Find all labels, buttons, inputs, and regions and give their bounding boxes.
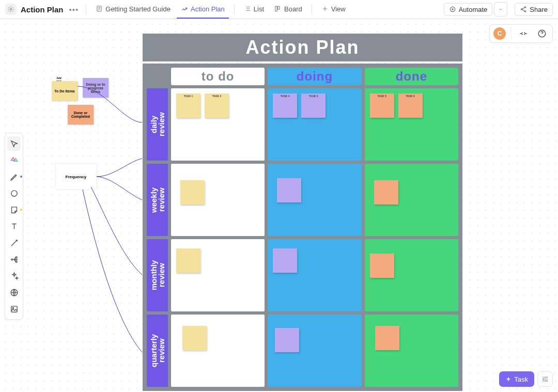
list-icon: [244, 5, 251, 12]
tab-action-plan[interactable]: Action Plan: [177, 0, 229, 19]
bottom-right-controls: Task: [499, 371, 553, 387]
whiteboard-icon: [5, 4, 17, 15]
row-label-quarterly: quarterly review: [147, 315, 168, 387]
tool-ai[interactable]: [5, 268, 23, 284]
legend-todo[interactable]: To Do Items: [52, 81, 78, 101]
avatar[interactable]: C: [493, 27, 506, 40]
note-weekly-doing[interactable]: [277, 178, 301, 202]
create-task-button[interactable]: Task: [499, 371, 534, 387]
board-title: Action Plan: [143, 34, 462, 61]
note-monthly-todo[interactable]: [176, 248, 200, 273]
action-plan-board[interactable]: Action Plan to do doing done daily revie…: [143, 34, 462, 391]
note-task5b[interactable]: TASK 5: [370, 93, 394, 118]
row-quarterly: quarterly review: [147, 315, 458, 387]
svg-rect-2: [275, 6, 277, 11]
svg-rect-23: [546, 379, 547, 380]
row-label-daily: daily review: [147, 88, 168, 161]
tool-shape-select[interactable]: [5, 152, 23, 168]
automate-button[interactable]: Automate: [444, 3, 493, 16]
note-task4[interactable]: TASK 4: [273, 93, 297, 118]
frequency-node[interactable]: Frequency: [55, 164, 97, 190]
svg-rect-24: [542, 380, 544, 381]
svg-point-0: [10, 8, 12, 10]
cell-quarterly-doing[interactable]: [268, 315, 361, 387]
note-task1[interactable]: TASK 1: [176, 93, 200, 118]
page-title: Action Plan: [21, 5, 64, 14]
col-header-todo: to do: [171, 68, 265, 85]
cell-monthly-doing[interactable]: [268, 239, 361, 311]
note-quarterly-doing[interactable]: [275, 328, 299, 352]
cell-weekly-done[interactable]: [365, 164, 458, 236]
svg-point-6: [525, 7, 526, 8]
fit-view-button[interactable]: [517, 27, 530, 40]
plus-icon: [321, 5, 329, 12]
svg-point-5: [452, 9, 453, 10]
svg-rect-3: [277, 6, 280, 9]
divider: [511, 27, 512, 40]
cell-daily-todo[interactable]: TASK 1 TASK 2: [171, 88, 265, 161]
note-task2[interactable]: TASK 2: [205, 93, 229, 118]
row-daily: daily review TASK 1 TASK 2 TASK 4 TASK 5…: [147, 88, 458, 161]
divider: [234, 4, 235, 14]
svg-rect-19: [545, 377, 546, 378]
col-header-done: done: [365, 68, 458, 85]
svg-rect-18: [542, 377, 544, 378]
tab-board[interactable]: Board: [270, 0, 306, 19]
cell-quarterly-todo[interactable]: [171, 315, 265, 387]
svg-point-12: [16, 259, 17, 260]
tool-connector[interactable]: [5, 234, 23, 251]
divider: [312, 4, 312, 14]
svg-point-16: [12, 307, 13, 308]
top-header: Action Plan ••• Getting Started Guide Ac…: [0, 0, 558, 19]
cell-quarterly-done[interactable]: [365, 315, 458, 387]
note-task6[interactable]: TASK 6: [398, 93, 423, 118]
presence-toolbar: C: [489, 24, 553, 43]
cell-monthly-todo[interactable]: [171, 239, 265, 311]
left-toolbar: [5, 133, 23, 320]
svg-point-11: [16, 256, 17, 258]
note-weekly-todo[interactable]: [180, 180, 205, 205]
tool-sticky[interactable]: [5, 201, 23, 218]
cell-daily-doing[interactable]: TASK 4 TASK 5: [268, 88, 361, 161]
add-view[interactable]: View: [317, 0, 350, 19]
note-quarterly-todo[interactable]: [182, 326, 207, 350]
row-weekly: weekly review: [147, 164, 458, 236]
cell-weekly-todo[interactable]: [171, 164, 265, 236]
note-task5[interactable]: TASK 5: [301, 93, 326, 118]
tool-image[interactable]: [5, 301, 23, 317]
svg-rect-26: [546, 380, 547, 381]
note-monthly-done[interactable]: [370, 254, 394, 278]
apps-button[interactable]: [537, 371, 553, 387]
divider: [86, 4, 86, 14]
cell-weekly-doing[interactable]: [268, 164, 361, 236]
svg-rect-25: [545, 380, 546, 381]
tool-text[interactable]: [5, 218, 23, 234]
legend-doing[interactable]: Doing or In progress Items: [83, 78, 109, 98]
note-monthly-doing[interactable]: [273, 248, 297, 273]
automate-dropdown[interactable]: [494, 2, 507, 17]
svg-rect-22: [545, 379, 546, 380]
svg-point-8: [525, 11, 526, 12]
svg-point-7: [521, 9, 522, 10]
tab-list[interactable]: List: [240, 0, 268, 19]
tab-getting-started[interactable]: Getting Started Guide: [91, 0, 175, 19]
tool-circle[interactable]: [5, 185, 23, 201]
note-quarterly-done[interactable]: [375, 326, 399, 350]
svg-rect-15: [11, 306, 17, 311]
whiteboard-canvas: C Task Add text To Do Items Doing or In …: [0, 19, 558, 392]
note-weekly-done[interactable]: [374, 180, 398, 205]
svg-point-13: [16, 261, 17, 262]
tool-pen[interactable]: [5, 168, 23, 185]
tool-pointer[interactable]: [7, 136, 21, 151]
help-button[interactable]: [535, 27, 549, 40]
cell-daily-done[interactable]: TASK 5 TASK 6: [365, 88, 458, 161]
share-button[interactable]: Share: [515, 3, 553, 16]
legend-done[interactable]: Done or Completed: [68, 105, 94, 124]
title-more-menu[interactable]: •••: [67, 4, 81, 15]
svg-point-4: [450, 7, 455, 11]
cell-monthly-done[interactable]: [365, 239, 458, 311]
tool-web[interactable]: [5, 284, 23, 301]
col-header-doing: doing: [268, 68, 361, 85]
tool-mindmap[interactable]: [5, 251, 23, 268]
share-icon: [520, 6, 527, 13]
